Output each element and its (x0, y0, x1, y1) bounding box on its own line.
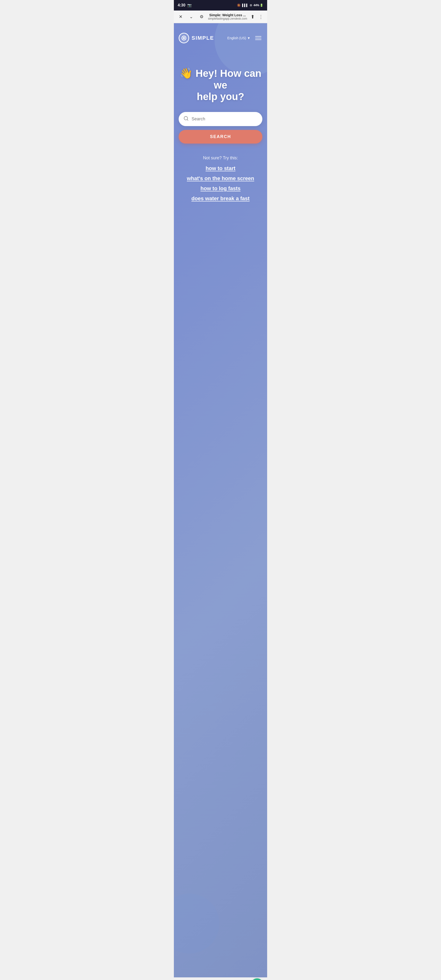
browser-url: simplefastingapp.zendesk.com (208, 17, 247, 20)
battery-icon: 44%🔋 (254, 3, 263, 7)
browser-actions: ⬆ ⋮ (250, 13, 264, 21)
hero-title: 👋 Hey! How can we help you? (179, 67, 262, 102)
search-icon (183, 116, 189, 122)
signal-icon: ▌▌▌ (242, 3, 248, 7)
logo-area: SIMPLE (179, 33, 214, 43)
logo-text: SIMPLE (192, 35, 214, 41)
suggestion-link-2[interactable]: what's on the home screen (179, 175, 262, 181)
more-menu-button[interactable]: ⋮ (258, 13, 264, 21)
hero-title-line1: Hey! How can we (196, 68, 262, 91)
bg-decoration-2 (174, 894, 219, 953)
suggestion-link-4[interactable]: does water break a fast (179, 196, 262, 202)
search-button[interactable]: SEARCH (179, 130, 262, 143)
suggestions-label: Not sure? Try this: (179, 156, 262, 161)
logo-icon (179, 33, 189, 43)
wave-emoji: 👋 (179, 67, 193, 79)
help-fab-button[interactable]: ? (251, 978, 263, 980)
hamburger-line-3 (255, 40, 262, 40)
language-selector[interactable]: English (US) ▼ (227, 36, 251, 40)
browser-title: Simple: Weight Loss ... (209, 13, 246, 17)
hamburger-menu-button[interactable] (254, 35, 262, 41)
status-left: 4:30 📷 (178, 3, 192, 7)
hamburger-line-1 (255, 36, 262, 37)
status-time: 4:30 (178, 3, 186, 7)
logo-icon-inner (181, 36, 186, 40)
share-button[interactable]: ⬆ (250, 13, 255, 21)
hamburger-line-2 (255, 38, 262, 38)
suggestion-link-1[interactable]: how to start (179, 165, 262, 172)
suggestions-section: Not sure? Try this: how to start what's … (179, 151, 262, 210)
svg-line-1 (187, 119, 188, 120)
bottom-bar: ? (174, 977, 267, 980)
hero-title-line2: help you? (197, 91, 244, 102)
hero-section: 👋 Hey! How can we help you? (179, 53, 262, 112)
close-tab-button[interactable]: ✕ (177, 13, 184, 20)
suggestion-link-3[interactable]: how to log fasts (179, 185, 262, 192)
language-label: English (US) (227, 36, 246, 40)
camera-icon: 📷 (187, 3, 192, 7)
filter-button[interactable]: ⚙ (198, 13, 205, 20)
browser-url-area: Simple: Weight Loss ... simplefastingapp… (208, 13, 247, 20)
search-input[interactable] (192, 116, 258, 121)
wifi-icon: ⊙ (250, 3, 252, 7)
logo-icon-dot (183, 37, 185, 39)
chevron-down-button[interactable]: ⌄ (187, 13, 195, 20)
status-bar: 4:30 📷 🔕 ▌▌▌ ⊙ 44%🔋 (174, 0, 267, 11)
mute-icon: 🔕 (237, 3, 241, 7)
search-input-wrapper (179, 112, 262, 126)
content-inner: SIMPLE English (US) ▼ 👋 Hey! How can we … (174, 23, 267, 220)
browser-bar: ✕ ⌄ ⚙ Simple: Weight Loss ... simplefast… (174, 11, 267, 23)
search-section: SEARCH (179, 112, 262, 151)
status-right: 🔕 ▌▌▌ ⊙ 44%🔋 (237, 3, 263, 7)
lang-arrow-icon: ▼ (247, 36, 251, 40)
header-right: English (US) ▼ (227, 35, 262, 41)
site-header: SIMPLE English (US) ▼ (179, 28, 262, 53)
main-content: SIMPLE English (US) ▼ 👋 Hey! How can we … (174, 23, 267, 977)
